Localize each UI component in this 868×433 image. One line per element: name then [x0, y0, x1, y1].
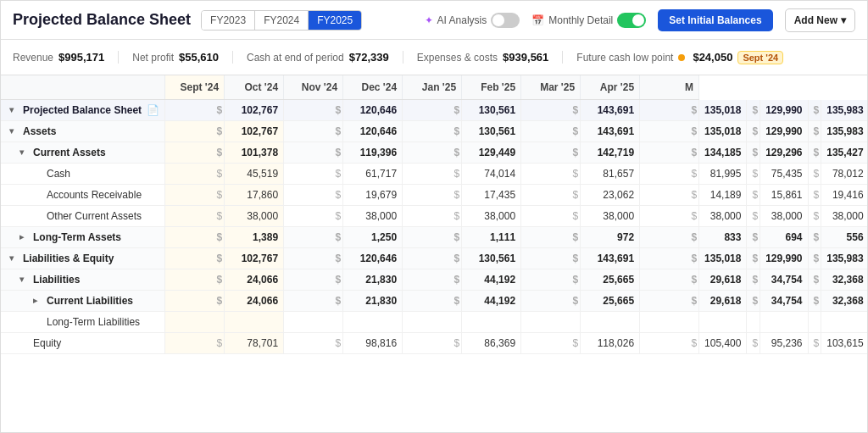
- row-label-text: Projected Balance Sheet: [23, 104, 142, 116]
- dollar-sign: $: [521, 142, 581, 164]
- row-value: 129,449: [462, 142, 521, 164]
- dollar-sign: $: [403, 269, 462, 291]
- row-value: 143,691: [581, 248, 640, 269]
- future-cash-value: $24,050: [693, 51, 732, 64]
- row-label-cell: ▾Liabilities & Equity: [1, 248, 165, 269]
- cash-end-value: $72,339: [349, 51, 389, 64]
- row-label-text: Accounts Receivable: [47, 189, 142, 201]
- row-value: 24,066: [225, 269, 284, 291]
- row-value: 75,435: [760, 164, 808, 185]
- dollar-sign: $: [284, 206, 343, 227]
- dollar-sign: $: [808, 248, 821, 269]
- row-value: 29,618: [699, 269, 747, 291]
- dollar-sign: $: [403, 100, 462, 121]
- summary-bar: Revenue $995,171 Net profit $55,610 Cash…: [1, 40, 867, 75]
- future-dot-icon: [678, 54, 685, 61]
- expenses-value: $939,561: [503, 51, 548, 64]
- dollar-sign: $: [521, 100, 581, 121]
- row-value: 78,701: [225, 333, 284, 354]
- row-value: 15,861: [760, 185, 808, 206]
- year-tab-fy2025[interactable]: FY2025: [309, 11, 361, 30]
- expenses-label: Expenses & costs: [417, 52, 498, 64]
- year-tab-fy2023[interactable]: FY2023: [202, 11, 255, 30]
- dollar-sign: $: [640, 248, 699, 269]
- revenue-label: Revenue: [13, 52, 53, 64]
- summary-future-cash: Future cash low point $24,050 Sept '24: [563, 51, 797, 64]
- collapse-icon[interactable]: ▾: [9, 126, 19, 136]
- collapse-icon[interactable]: ▾: [9, 253, 19, 264]
- add-new-button[interactable]: Add New ▾: [785, 8, 855, 32]
- row-value: 143,691: [581, 121, 640, 142]
- dollar-sign: $: [284, 121, 343, 142]
- row-value: 19,416: [821, 185, 867, 206]
- dollar-sign: $: [165, 269, 225, 291]
- dollar-sign: $: [640, 185, 699, 206]
- set-initial-balances-button[interactable]: Set Initial Balances: [658, 9, 772, 31]
- dollar-sign: $: [165, 206, 225, 227]
- collapse-icon[interactable]: ▾: [19, 147, 30, 158]
- row-value: 25,665: [581, 269, 640, 291]
- dollar-sign: $: [747, 185, 760, 206]
- row-value: 81,657: [581, 164, 640, 185]
- dollar-sign: $: [165, 185, 225, 206]
- table-row: ▾Projected Balance Sheet📄$102,767$120,64…: [1, 100, 867, 121]
- dollar-sign: $: [640, 227, 699, 248]
- col-header-jan25: Jan '25: [403, 75, 462, 100]
- row-value: [225, 312, 284, 333]
- col-header-oct24: Oct '24: [225, 75, 284, 100]
- dollar-sign: $: [165, 142, 225, 164]
- dollar-sign: $: [808, 269, 821, 291]
- col-header-nov24: Nov '24: [284, 75, 343, 100]
- table-row: Accounts Receivable$17,860$19,679$17,435…: [1, 185, 867, 206]
- dollar-sign: $: [284, 164, 343, 185]
- row-value: 129,990: [760, 100, 808, 121]
- table-row: ▾Liabilities & Equity$102,767$120,646$13…: [1, 248, 867, 269]
- dollar-sign: $: [747, 227, 760, 248]
- dollar-sign: $: [747, 248, 760, 269]
- dollar-sign: $: [640, 269, 699, 291]
- row-value: [699, 312, 747, 333]
- chevron-down-icon: ▾: [841, 14, 846, 26]
- balance-sheet-table-container: Sept '24 Oct '24 Nov '24 Dec '24 Jan '25…: [1, 75, 867, 432]
- row-value: [581, 312, 640, 333]
- monthly-detail-toggle[interactable]: [617, 13, 646, 28]
- row-label-text: Current Assets: [33, 147, 106, 158]
- row-value: 129,990: [760, 121, 808, 142]
- row-value: 130,561: [462, 121, 521, 142]
- table-row: ▸Long-Term Assets$1,389$1,250$1,111$972$…: [1, 227, 867, 248]
- row-value: 694: [760, 227, 808, 248]
- row-value: 129,296: [760, 142, 808, 164]
- expand-icon[interactable]: ▸: [19, 232, 30, 242]
- dollar-sign: $: [403, 333, 462, 354]
- col-header-more: M: [640, 75, 699, 100]
- dollar-sign: $: [808, 164, 821, 185]
- dollar-sign: $: [521, 291, 581, 312]
- row-label-cell: ▾Assets: [1, 121, 165, 142]
- row-label-cell: Long-Term Liabilities: [1, 312, 165, 333]
- col-header-dec24: Dec '24: [343, 75, 403, 100]
- row-value: 17,435: [462, 185, 521, 206]
- dollar-sign: [747, 312, 760, 333]
- dollar-sign: $: [403, 206, 462, 227]
- row-value: 120,646: [343, 100, 403, 121]
- dollar-sign: $: [747, 269, 760, 291]
- dollar-sign: $: [165, 227, 225, 248]
- dollar-sign: $: [521, 164, 581, 185]
- dollar-sign: $: [521, 185, 581, 206]
- dollar-sign: $: [747, 121, 760, 142]
- col-header-apr25: Apr '25: [581, 75, 640, 100]
- collapse-icon[interactable]: ▾: [19, 275, 30, 285]
- dollar-sign: $: [165, 333, 225, 354]
- dollar-sign: $: [747, 100, 760, 121]
- year-tab-fy2024[interactable]: FY2024: [255, 11, 309, 30]
- expand-icon[interactable]: ▸: [33, 296, 43, 306]
- table-row: ▾Current Assets$101,378$119,396$129,449$…: [1, 142, 867, 164]
- row-value: 556: [821, 227, 867, 248]
- ai-analysis-toggle[interactable]: [491, 13, 520, 28]
- dollar-sign: [640, 312, 699, 333]
- row-value: 38,000: [699, 206, 747, 227]
- row-value: 102,767: [225, 248, 284, 269]
- collapse-icon[interactable]: ▾: [9, 105, 19, 115]
- row-value: 119,396: [343, 142, 403, 164]
- doc-icon[interactable]: 📄: [147, 104, 159, 116]
